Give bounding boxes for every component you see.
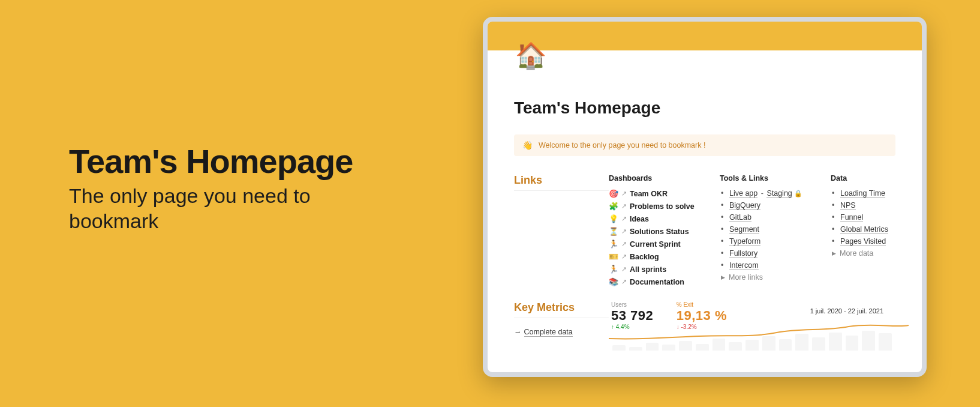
- page-title: Team's Homepage: [514, 98, 895, 118]
- date-range: 1 juil. 2020 - 22 juil. 2021: [810, 307, 883, 315]
- hero-subtitle: The only page you need to bookmark: [69, 183, 405, 234]
- exit-label: % Exit: [677, 301, 727, 308]
- dashboard-item[interactable]: 🎯↗Team OKR: [609, 187, 720, 200]
- complete-data-link[interactable]: →Complete data: [514, 324, 609, 336]
- external-arrow-icon: ↗: [621, 265, 627, 273]
- data-item: NPS: [831, 199, 895, 211]
- tools-header: Tools & Links: [720, 174, 831, 182]
- dashboards-list: 🎯↗Team OKR🧩↗Problems to solve💡↗Ideas⏳↗So…: [609, 187, 720, 288]
- more-data-toggle[interactable]: ▶ More data: [831, 247, 895, 259]
- tools-item: Segment: [720, 223, 831, 235]
- tools-item: Intercom: [720, 259, 831, 271]
- cover-banner: [488, 22, 922, 50]
- dashboard-item[interactable]: 📚↗Documentation: [609, 276, 720, 288]
- tools-list: Live app - Staging 🔒: [720, 187, 831, 199]
- app-window: 🏠 Team's Homepage 👋 Welcome to the only …: [483, 17, 927, 377]
- triangle-right-icon: ▶: [832, 250, 836, 256]
- tools-item: GitLab: [720, 211, 831, 223]
- data-link[interactable]: Loading Time: [840, 189, 885, 198]
- data-link[interactable]: NPS: [840, 201, 856, 210]
- metrics-section-title: Key Metrics: [514, 301, 609, 318]
- lock-icon: 🔒: [794, 190, 802, 197]
- dashboard-item-icon: 🧩: [609, 202, 618, 211]
- house-icon: 🏠: [515, 43, 546, 68]
- metrics-panel: Users 53 792 ↑ 4.4% % Exit 19,13 % ↓ -3.…: [609, 301, 895, 336]
- dashboard-item-label: All sprints: [630, 265, 666, 274]
- tool-link[interactable]: Segment: [729, 225, 759, 234]
- hero-title: Team's Homepage: [69, 144, 405, 179]
- dashboard-item[interactable]: 🧩↗Problems to solve: [609, 200, 720, 213]
- data-link[interactable]: Funnel: [840, 213, 863, 222]
- dashboard-item-label: Backlog: [630, 253, 659, 261]
- dashboard-item[interactable]: ⏳↗Solutions Status: [609, 225, 720, 238]
- data-link[interactable]: Global Metrics: [840, 225, 888, 234]
- dashboard-item-icon: ⏳: [609, 227, 618, 236]
- dashboard-item-icon: 🏃: [609, 265, 618, 274]
- external-arrow-icon: ↗: [621, 190, 627, 197]
- external-arrow-icon: ↗: [621, 215, 627, 223]
- external-arrow-icon: ↗: [621, 278, 627, 286]
- dashboard-item[interactable]: 🏃↗All sprints: [609, 263, 720, 276]
- link-staging[interactable]: Staging: [766, 189, 792, 198]
- dashboard-item-label: Solutions Status: [630, 228, 689, 236]
- data-item: Global Metrics: [831, 223, 895, 235]
- dashboard-item-icon: 💡: [609, 214, 618, 223]
- data-item: Pages Visited: [831, 235, 895, 247]
- external-arrow-icon: ↗: [621, 240, 627, 248]
- tools-item-liveapp: Live app - Staging 🔒: [720, 187, 831, 199]
- dashboard-item-icon: 🏃: [609, 240, 618, 249]
- dashboard-item-icon: 🎯: [609, 189, 618, 198]
- spark-line: [609, 319, 909, 343]
- tool-link[interactable]: Fullstory: [729, 249, 757, 258]
- dashboards-header: Dashboards: [609, 174, 720, 182]
- data-item: Loading Time: [831, 187, 895, 199]
- tools-item: BigQuery: [720, 199, 831, 211]
- tool-link[interactable]: GitLab: [729, 213, 751, 222]
- tool-link[interactable]: Intercom: [729, 261, 759, 270]
- tools-list-rest: BigQueryGitLabSegmentTypeformFullstoryIn…: [720, 199, 831, 271]
- dashboard-item-label: Ideas: [630, 215, 649, 223]
- dashboard-item-label: Team OKR: [630, 190, 668, 198]
- tools-item: Fullstory: [720, 247, 831, 259]
- dashboard-item-icon: 📚: [609, 277, 618, 286]
- external-arrow-icon: ↗: [621, 228, 627, 235]
- links-section-title: Links: [514, 174, 609, 191]
- wave-icon: 👋: [522, 140, 533, 150]
- external-arrow-icon: ↗: [621, 253, 627, 261]
- data-header: Data: [831, 174, 895, 182]
- dashboard-item-label: Problems to solve: [630, 202, 695, 211]
- tool-link[interactable]: BigQuery: [729, 201, 760, 210]
- dashboard-item-label: Current Sprint: [630, 240, 681, 249]
- more-links-toggle[interactable]: ▶ More links: [720, 271, 831, 283]
- tools-item: Typeform: [720, 235, 831, 247]
- data-item: Funnel: [831, 211, 895, 223]
- dashboard-item[interactable]: 🎫↗Backlog: [609, 250, 720, 263]
- callout-text: Welcome to the only page you need to boo…: [539, 141, 705, 149]
- link-live-app[interactable]: Live app: [729, 189, 757, 198]
- triangle-right-icon: ▶: [721, 274, 725, 280]
- users-label: Users: [611, 301, 653, 308]
- dashboard-item[interactable]: 🏃↗Current Sprint: [609, 238, 720, 250]
- welcome-callout: 👋 Welcome to the only page you need to b…: [514, 134, 895, 156]
- tool-link[interactable]: Typeform: [729, 237, 760, 246]
- dashboard-item-label: Documentation: [630, 278, 684, 286]
- data-link[interactable]: Pages Visited: [840, 237, 886, 246]
- dashboard-item[interactable]: 💡↗Ideas: [609, 213, 720, 225]
- dashboard-item-icon: 🎫: [609, 252, 618, 261]
- hero-text: Team's Homepage The only page you need t…: [69, 144, 405, 234]
- data-list: Loading TimeNPSFunnelGlobal MetricsPages…: [831, 187, 895, 247]
- external-arrow-icon: ↗: [621, 202, 627, 210]
